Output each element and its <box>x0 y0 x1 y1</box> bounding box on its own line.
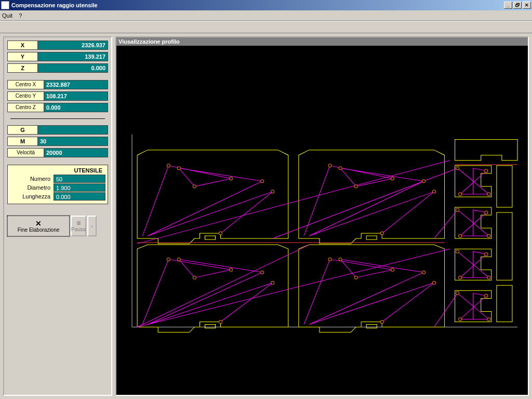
svg-point-28 <box>261 271 264 274</box>
menu-help[interactable]: ? <box>19 12 22 19</box>
center-y-row: Centro Y 108.217 <box>7 91 108 101</box>
m-value: 30 <box>38 137 108 145</box>
svg-point-50 <box>456 291 459 295</box>
svg-point-38 <box>456 167 459 170</box>
svg-point-11 <box>230 177 233 180</box>
svg-point-46 <box>456 250 459 253</box>
svg-line-3 <box>137 249 450 327</box>
svg-point-25 <box>230 268 233 271</box>
svg-point-47 <box>487 276 490 279</box>
fine-elaborazione-button[interactable]: ✕ Fine Elaborazione <box>7 216 70 236</box>
svg-line-7 <box>137 245 309 327</box>
menu-quit[interactable]: Quit <box>2 12 12 19</box>
center-z-row: Centro Z 0.000 <box>7 103 108 112</box>
visualization-header: Viusalizzazione profilo <box>116 37 528 46</box>
svg-point-36 <box>433 281 436 284</box>
svg-point-45 <box>485 211 488 214</box>
velocity-label: Velocità <box>8 149 44 157</box>
center-x-value: 2332.887 <box>44 81 108 89</box>
svg-point-31 <box>328 258 331 261</box>
visualization-panel: Viusalizzazione profilo <box>115 36 529 396</box>
svg-point-15 <box>271 190 274 193</box>
svg-line-4 <box>273 168 458 238</box>
svg-point-30 <box>219 320 222 323</box>
svg-line-6 <box>434 293 458 327</box>
m-row: M 30 <box>7 137 108 146</box>
menubar: Quit ? <box>0 10 532 21</box>
tool-header: UTENSILE <box>10 167 105 174</box>
close-icon: ✕ <box>35 220 42 227</box>
svg-point-10 <box>167 164 170 167</box>
profile-canvas[interactable] <box>116 46 528 395</box>
window-title: Compensazione raggio utensile <box>11 2 504 8</box>
fine-label: Fine Elaborazione <box>18 227 60 233</box>
svg-point-42 <box>456 208 459 211</box>
tool-box: UTENSILE Numero 50 Diametro 1.900 Lunghe… <box>7 165 108 204</box>
button-row: ✕ Fine Elaborazione ≣ Pausa › <box>7 216 108 236</box>
pausa-label: Pausa <box>71 227 86 232</box>
tool-num-label: Numero <box>10 175 54 183</box>
svg-point-43 <box>487 234 490 237</box>
svg-point-34 <box>339 258 342 261</box>
svg-point-24 <box>167 258 170 261</box>
svg-point-29 <box>271 281 274 284</box>
svg-point-37 <box>380 320 383 323</box>
center-y-label: Centro Y <box>8 92 44 100</box>
coord-y-row: Y 139.217 <box>7 52 108 61</box>
tool-dia-value: 1.900 <box>54 183 105 192</box>
coord-x-label: X <box>8 41 38 49</box>
titlebar: Compensazione raggio utensile _ 🗗 ✕ <box>0 0 532 10</box>
g-label: G <box>8 126 38 134</box>
svg-point-33 <box>354 276 357 279</box>
coord-z-label: Z <box>8 64 38 72</box>
svg-point-13 <box>177 167 180 170</box>
svg-line-5 <box>434 210 458 238</box>
coord-z-row: Z 0.000 <box>7 63 108 73</box>
svg-point-39 <box>487 193 490 196</box>
app-icon <box>1 1 9 9</box>
left-panel: X 2326.937 Y 139.217 Z 0.000 Centro X 23… <box>3 36 112 396</box>
coord-x-value: 2326.937 <box>38 41 108 49</box>
center-z-label: Centro Z <box>8 103 44 112</box>
center-z-value: 0.000 <box>44 103 108 112</box>
m-label: M <box>8 137 38 145</box>
svg-point-35 <box>422 271 425 274</box>
center-x-row: Centro X 2332.887 <box>7 80 108 89</box>
center-x-label: Centro X <box>8 81 44 89</box>
center-y-value: 108.217 <box>44 92 108 100</box>
velocity-value: 20000 <box>44 149 108 157</box>
svg-point-23 <box>380 232 383 235</box>
svg-point-16 <box>219 232 222 235</box>
maximize-button[interactable]: 🗗 <box>513 2 522 9</box>
svg-point-21 <box>422 180 425 183</box>
svg-point-44 <box>459 234 462 237</box>
svg-point-40 <box>459 193 462 196</box>
g-row: G <box>7 125 108 135</box>
svg-point-18 <box>391 177 394 180</box>
pause-icon: ≣ <box>76 220 81 227</box>
close-button[interactable]: ✕ <box>523 2 531 9</box>
svg-point-14 <box>261 180 264 183</box>
svg-point-52 <box>459 317 462 321</box>
velocity-row: Velocità 20000 <box>7 148 108 157</box>
tool-num-value: 50 <box>54 175 105 183</box>
svg-point-53 <box>485 294 488 297</box>
svg-point-12 <box>193 185 196 188</box>
coord-x-row: X 2326.937 <box>7 41 108 50</box>
svg-point-17 <box>328 164 331 167</box>
svg-point-41 <box>485 169 488 172</box>
next-button[interactable]: › <box>87 216 97 236</box>
chevron-right-icon: › <box>91 223 93 229</box>
svg-point-32 <box>391 268 394 271</box>
coord-z-value: 0.000 <box>38 64 108 72</box>
tool-len-value: 0.000 <box>54 192 105 201</box>
svg-point-27 <box>177 258 180 261</box>
tool-len-label: Lunghezza <box>10 192 54 201</box>
coord-y-label: Y <box>8 52 38 61</box>
minimize-button[interactable]: _ <box>504 2 512 9</box>
svg-line-2 <box>137 161 450 244</box>
tool-dia-label: Diametro <box>10 183 54 192</box>
svg-point-51 <box>487 317 490 321</box>
g-value <box>38 126 108 134</box>
pausa-button[interactable]: ≣ Pausa <box>71 216 86 236</box>
